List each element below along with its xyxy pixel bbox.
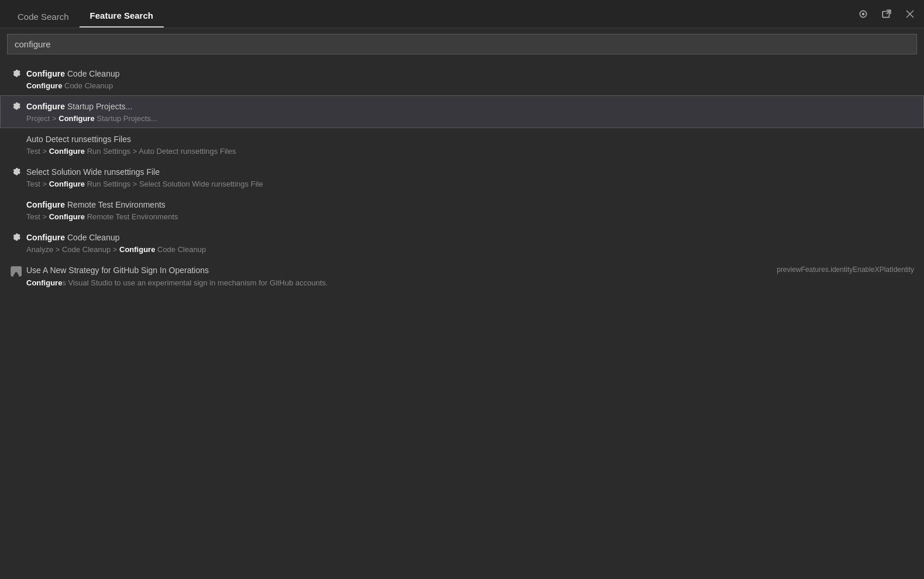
svg-line-3 [887,10,891,14]
gear-icon [10,101,22,113]
svg-point-1 [862,12,865,15]
list-item[interactable]: Select Solution Wide runsettings File Te… [0,161,924,194]
popout-icon[interactable] [880,7,894,21]
tab-code-search[interactable]: Code Search [7,0,80,27]
tab-feature-search[interactable]: Feature Search [80,0,164,27]
no-icon [10,134,22,146]
search-container: configure [0,28,924,60]
github-icon [10,266,22,277]
preview-feature-tag: previewFeatures.identityEnableXPlatIdent… [777,264,914,275]
gear-icon [10,232,22,244]
list-item[interactable]: Configure Code Cleanup Configure Code Cl… [0,63,924,95]
tab-bar: Code Search Feature Search [0,0,924,28]
no-icon [10,199,22,211]
list-item[interactable]: Configure Startup Projects... Project > … [0,95,924,128]
list-item[interactable]: Use A New Strategy for GitHub Sign In Op… [0,259,924,292]
window-controls [856,7,917,21]
gear-icon [10,167,22,178]
list-item[interactable]: Auto Detect runsettings Files Test > Con… [0,128,924,161]
search-input[interactable]: configure [7,34,917,54]
gear-icon [10,68,22,80]
preview-icon[interactable] [856,7,870,21]
list-item[interactable]: Configure Remote Test Environments Test … [0,194,924,226]
results-list: Configure Code Cleanup Configure Code Cl… [0,60,924,579]
list-item[interactable]: Configure Code Cleanup Analyze > Code Cl… [0,226,924,259]
close-icon[interactable] [903,7,917,21]
main-window: Code Search Feature Search [0,0,924,579]
